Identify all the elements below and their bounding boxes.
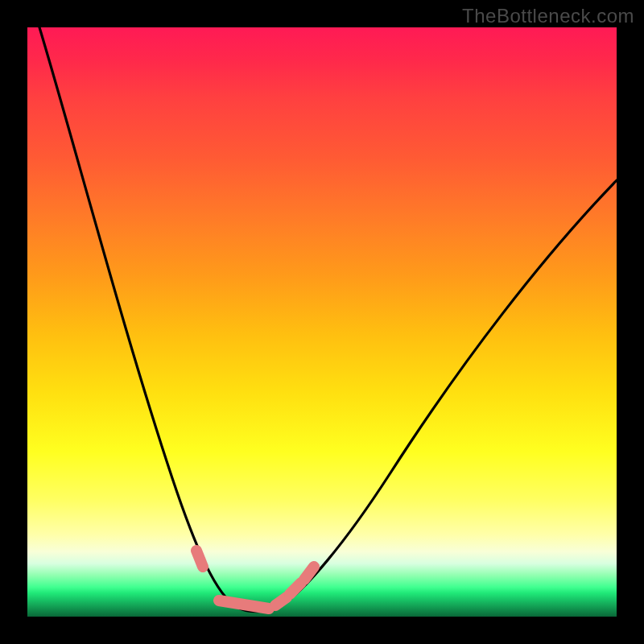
svg-line-4: [304, 567, 314, 580]
watermark-text: TheBottleneck.com: [462, 5, 634, 27]
bottleneck-curve: [39, 27, 617, 612]
chart-frame: TheBottleneck.com: [0, 0, 644, 644]
svg-line-3: [290, 583, 301, 594]
svg-line-1: [219, 601, 269, 609]
curve-svg: [27, 27, 617, 617]
plot-area: [27, 27, 617, 617]
svg-line-0: [196, 551, 203, 567]
svg-line-2: [275, 597, 287, 605]
